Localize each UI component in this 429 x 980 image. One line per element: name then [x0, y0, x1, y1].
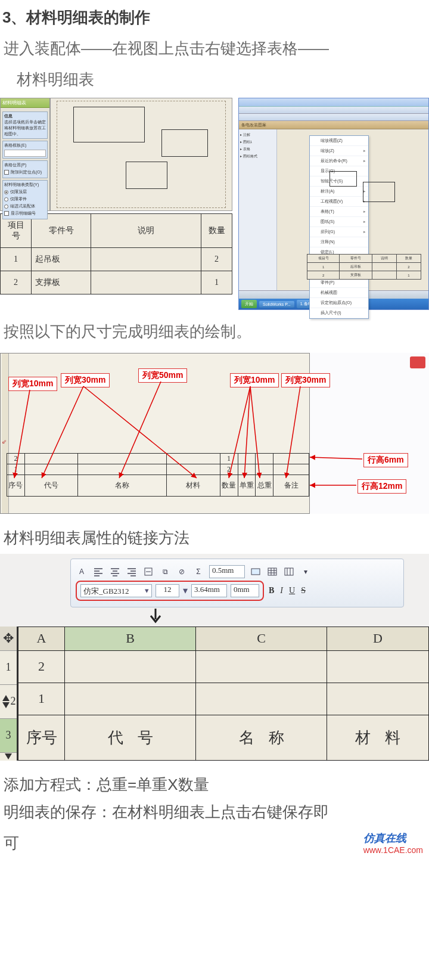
opt-2[interactable]: 仅限零件 — [4, 196, 46, 202]
label-w10: 列宽10mm — [8, 377, 57, 391]
paragraph-2: 按照以下的尺寸完成明细表的绘制。 — [4, 320, 425, 343]
section-heading: 3、材料明细表的制作 — [2, 7, 429, 28]
paragraph-4b: 明细表的保存：在材料明细表上点击右键保存即 — [4, 800, 425, 824]
cell-D2[interactable] — [327, 683, 429, 715]
align-right-icon[interactable] — [126, 566, 138, 578]
menu-item[interactable]: 设定初始原点(O) — [310, 298, 368, 308]
task-btn[interactable]: SolidWorks P... — [259, 301, 294, 308]
col-B[interactable]: B — [65, 627, 196, 650]
cell-B1[interactable] — [65, 650, 196, 683]
dim-col-remark: 备注 — [273, 475, 309, 497]
drawing-canvas[interactable] — [50, 98, 232, 211]
bom-table[interactable]: 项目号 零件号 说明 数量 1 起吊板 2 2 支撑板 1 — [0, 213, 232, 294]
text-toolbar[interactable]: A ⧉ ⊘ Σ 0.5mm ▾ 仿宋_GB2312 ▾ 12▾ 3.64mm — [70, 559, 404, 607]
italic-button[interactable]: I — [280, 586, 283, 596]
dim-col-name: 名称 — [78, 475, 167, 497]
col-A[interactable]: A — [18, 627, 65, 650]
panel-position: 表格位置(P) 附加到定位点(O) — [2, 160, 48, 178]
menu-item[interactable]: 标注(A)▸ — [310, 187, 368, 197]
bold-button[interactable]: B — [269, 586, 274, 596]
tpl-input[interactable] — [4, 150, 46, 157]
context-menu[interactable]: 缩放视图(Z) 缩放(Z)▸ 最近的命令(R)▸ 显示(G) 智能尺寸(S) 标… — [309, 135, 369, 319]
menu-item[interactable]: 工程视图(V)▸ — [310, 197, 368, 207]
row-header-2[interactable]: 2 — [0, 684, 17, 718]
menu-item[interactable]: 插入尺寸(I) — [310, 308, 368, 318]
cell-D3[interactable]: 材料 — [327, 715, 429, 760]
cell-A3[interactable]: 序号 — [18, 715, 65, 760]
sw-canvas[interactable]: 缩放视图(Z) 缩放(Z)▸ 最近的命令(R)▸ 显示(G) 智能尺寸(S) 标… — [277, 129, 428, 290]
underline-button[interactable]: U — [289, 586, 295, 596]
valign-icon[interactable] — [142, 566, 154, 578]
balloon-icon[interactable]: ⊘ — [176, 566, 188, 578]
sw-bottom-table: 项目号零件号说明数量 1起吊板2 2支撑板1 — [307, 254, 421, 280]
align-center-icon[interactable] — [109, 566, 121, 578]
expand-icon[interactable] — [1, 693, 11, 711]
svg-rect-14 — [285, 568, 293, 575]
property-panel[interactable]: 材料明细表 信息 选择选项然后单击确定将材料明细表放置在工程图中。 表格模板(E… — [0, 98, 50, 211]
bom-h3: 说明 — [91, 214, 201, 248]
chevron-down-icon[interactable]: ▾ — [300, 566, 312, 578]
task-start[interactable]: 开始 — [241, 300, 257, 308]
cell-C3[interactable]: 名称 — [196, 715, 327, 760]
info-text: 选择选项然后单击确定将材料明细表放置在工程图中。 — [4, 119, 46, 137]
opt-3[interactable]: 缩进式装配体 — [4, 203, 46, 209]
cell-B3[interactable]: 代号 — [65, 715, 196, 760]
pos-chk[interactable]: 附加到定位点(O) — [4, 169, 46, 175]
grid-icon[interactable] — [283, 566, 295, 578]
table-icon[interactable] — [266, 566, 278, 578]
font-color-icon[interactable]: A — [76, 566, 88, 578]
sw-tab[interactable]: 备电改装图案 — [239, 121, 428, 129]
bom-row-1: 1 起吊板 2 — [1, 248, 232, 271]
row-header-3[interactable]: 3 — [0, 718, 17, 752]
cell-C2[interactable] — [196, 683, 327, 715]
cell-A1[interactable]: 2 — [18, 650, 65, 683]
dim-2-input[interactable]: 0mm — [231, 584, 259, 597]
menu-item[interactable]: 机械视图 — [310, 288, 368, 298]
label-w30-2: 列宽30mm — [281, 373, 330, 387]
sw-toolbar-1[interactable] — [239, 107, 428, 114]
sigma-icon[interactable]: Σ — [192, 566, 204, 578]
bom-r1c1: 1 — [1, 248, 32, 271]
menu-item[interactable]: 缩放视图(Z) — [310, 136, 368, 146]
opt-1[interactable]: 仅限顶层 — [4, 189, 46, 195]
feature-tree[interactable]: ▸ 注解▸ 图纸1▸ 表格▸ 图纸格式 — [239, 129, 277, 290]
bom-r2c1: 2 — [1, 271, 32, 294]
cell-A2[interactable]: 1 — [18, 683, 65, 715]
link-icon[interactable]: ⧉ — [159, 566, 171, 578]
paragraph-4c: 可 — [4, 831, 354, 855]
menu-item[interactable]: 最近的命令(R)▸ — [310, 156, 368, 166]
col-C[interactable]: C — [196, 627, 327, 650]
row-header-1[interactable]: 1 — [0, 650, 17, 684]
strike-button[interactable]: S — [301, 586, 306, 596]
menu-item[interactable]: 缩放(Z)▸ — [310, 146, 368, 156]
move-icon[interactable]: ✥ — [3, 631, 14, 646]
bom-edit-table[interactable]: ✥ 1 2 3 A B C D — [0, 627, 429, 761]
font-size-select[interactable]: 12 — [156, 584, 179, 597]
sw-titlebar — [239, 98, 428, 107]
cell-B2[interactable] — [65, 683, 196, 715]
thickness-input[interactable]: 0.5mm — [209, 565, 245, 578]
intro-line-2: 材料明细表 — [17, 67, 425, 92]
solidworks-window: 备电改装图案 ▸ 注解▸ 图纸1▸ 表格▸ 图纸格式 缩放视图(Z) 缩放(Z)… — [238, 98, 429, 310]
align-left-icon[interactable] — [92, 566, 104, 578]
biu-group[interactable]: B I U S — [269, 586, 306, 596]
menu-item[interactable]: 表格(T)▸ — [310, 207, 368, 217]
merge-icon[interactable] — [250, 566, 262, 578]
menu-item[interactable]: 注释(N) — [310, 237, 368, 247]
opt-4[interactable]: 显示明细编号 — [4, 210, 46, 216]
bom-h4: 数量 — [201, 214, 232, 248]
panel-type: 材料明细表类型(Y) 仅限顶层 仅限零件 缩进式装配体 显示明细编号 — [2, 180, 48, 219]
cell-D1[interactable] — [327, 650, 429, 683]
col-D[interactable]: D — [327, 627, 429, 650]
font-family-select[interactable]: 仿宋_GB2312 ▾ — [80, 584, 152, 597]
dim-table: 21 12 序号 代号 名称 材料 数量 单重 总重 备注 — [7, 453, 309, 497]
font-callout: 仿宋_GB2312 ▾ 12▾ 3.64mm 0mm — [76, 581, 264, 601]
menu-item[interactable]: 图纸(S)▸ — [310, 217, 368, 227]
menu-item[interactable]: 排列(G)▸ — [310, 227, 368, 237]
rect-view-1 — [73, 107, 145, 142]
footer-brand: 仿真在线 www.1CAE.com — [358, 827, 429, 858]
row-gutter[interactable]: ✥ 1 2 3 — [0, 627, 18, 761]
dim-1-input[interactable]: 3.64mm — [191, 584, 227, 597]
cell-C1[interactable] — [196, 650, 327, 683]
sw-toolbar-2[interactable] — [239, 114, 428, 121]
